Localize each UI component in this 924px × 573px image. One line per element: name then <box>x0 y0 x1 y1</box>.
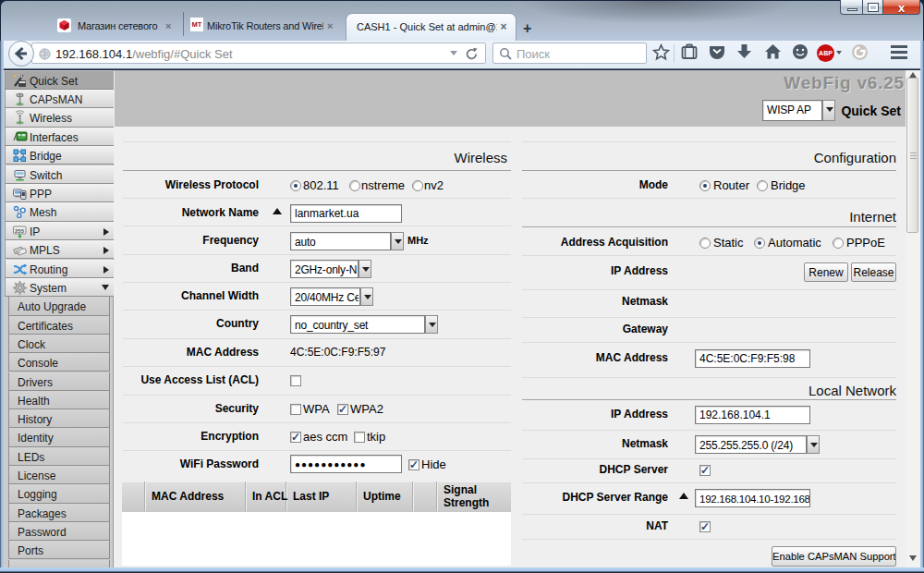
svg-text:255: 255 <box>15 227 25 233</box>
